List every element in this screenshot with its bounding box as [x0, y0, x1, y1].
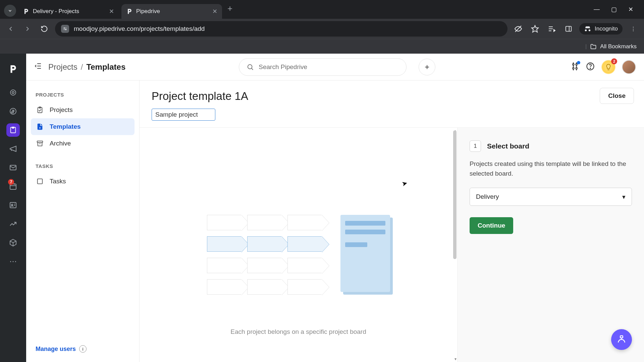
template-icon — [36, 122, 44, 131]
collapse-sidebar-icon[interactable] — [34, 62, 42, 72]
svg-point-2 — [64, 28, 65, 28]
pipedrive-logo-icon[interactable] — [5, 59, 21, 79]
breadcrumb-root[interactable]: Projects — [48, 62, 77, 72]
tag-input[interactable] — [152, 109, 215, 121]
board-select[interactable]: Delivery ▾ — [470, 188, 632, 206]
eye-off-icon[interactable] — [512, 23, 524, 35]
template-editor: Project template 1A Close ▴ ▾ ➤ — [140, 80, 644, 362]
search-icon — [247, 63, 254, 71]
reload-button[interactable] — [38, 23, 50, 35]
close-icon[interactable]: ✕ — [109, 8, 114, 14]
nav-section-tasks: TASKS — [31, 161, 135, 173]
select-value: Delivery — [476, 193, 499, 200]
template-title[interactable]: Project template 1A — [152, 90, 632, 103]
user-avatar[interactable] — [622, 60, 636, 74]
app-top-bar: Projects / Templates Search Pipedrive + — [26, 54, 644, 80]
tab-title: Delivery - Projects — [33, 8, 79, 15]
step-description: Projects created using this template wil… — [470, 159, 632, 178]
sidepanel-icon[interactable] — [562, 23, 575, 35]
minimize-icon[interactable]: — — [594, 6, 600, 13]
svg-rect-39 — [620, 336, 623, 338]
scrollbar[interactable]: ▴ ▾ — [452, 128, 457, 362]
svg-point-23 — [11, 204, 13, 205]
svg-point-30 — [248, 64, 252, 69]
search-placeholder: Search Pipedrive — [259, 63, 307, 71]
nav-label: Templates — [50, 123, 81, 130]
marketplace-icon[interactable] — [570, 62, 580, 72]
new-tab-button[interactable]: + — [222, 3, 238, 16]
bookmarks-separator: | — [585, 43, 587, 50]
nav-item-templates[interactable]: Templates — [31, 118, 135, 135]
pipedrive-favicon-icon — [126, 8, 133, 15]
incognito-chip[interactable]: Incognito — [579, 23, 623, 35]
manage-users-link[interactable]: Manage users — [36, 346, 76, 353]
rail-item-contacts[interactable] — [5, 196, 21, 215]
rail-item-leads[interactable] — [5, 83, 21, 102]
svg-point-12 — [10, 90, 16, 95]
back-button[interactable] — [5, 23, 17, 35]
nav-label: Archive — [50, 140, 71, 147]
rail-item-campaigns[interactable] — [5, 139, 21, 158]
nav-label: Tasks — [50, 178, 66, 185]
browser-tab-1[interactable]: Pipedrive ✕ — [121, 4, 222, 19]
nav-section-projects: PROJECTS — [31, 89, 135, 102]
rail-item-deals[interactable] — [5, 102, 21, 121]
nav-label: Projects — [50, 106, 73, 114]
rail-item-insights[interactable] — [5, 215, 21, 233]
svg-point-3 — [65, 29, 66, 30]
wizard-panel: 1 Select board Projects created using th… — [458, 128, 644, 362]
rail-item-more[interactable]: ⋯ — [5, 252, 21, 271]
svg-rect-16 — [12, 127, 14, 128]
svg-point-13 — [12, 92, 14, 94]
continue-button[interactable]: Continue — [470, 217, 513, 234]
breadcrumb-sep: / — [81, 62, 83, 72]
nav-item-archive[interactable]: Archive — [31, 135, 135, 152]
svg-marker-5 — [532, 25, 538, 32]
breadcrumb-current: Templates — [86, 62, 125, 72]
close-button[interactable]: Close — [600, 88, 634, 104]
playlist-icon[interactable] — [546, 23, 558, 35]
board-illustration — [207, 215, 390, 295]
tab-search-button[interactable] — [4, 5, 16, 17]
sales-assistant-badge: 2 — [611, 58, 617, 64]
rail-item-projects[interactable] — [5, 121, 21, 139]
bookmarks-bar: | All Bookmarks — [0, 39, 644, 54]
rail-item-mail[interactable] — [5, 158, 21, 177]
folder-icon — [590, 43, 597, 50]
sales-assistant-icon[interactable]: 2 — [601, 60, 616, 74]
browser-tab-0[interactable]: Delivery - Projects ✕ — [18, 4, 119, 19]
task-icon — [36, 177, 44, 186]
notification-badge: 7 — [8, 179, 14, 185]
all-bookmarks-link[interactable]: All Bookmarks — [600, 43, 637, 50]
app-side-rail: 7 ⋯ — [0, 54, 26, 362]
chevron-down-icon: ▾ — [622, 193, 626, 201]
nav-item-projects[interactable]: Projects — [31, 102, 135, 118]
browser-toolbar: moodjoy.pipedrive.com/projects/templates… — [0, 19, 644, 39]
rail-item-products[interactable] — [5, 233, 21, 252]
svg-point-33 — [590, 68, 591, 68]
archive-icon — [36, 139, 44, 148]
breadcrumb: Projects / Templates — [48, 62, 125, 72]
preview-caption: Each project belongs on a specific proje… — [230, 328, 366, 336]
step-number: 1 — [470, 140, 481, 152]
url-text: moodjoy.pipedrive.com/projects/templates… — [74, 25, 205, 33]
site-info-icon[interactable] — [61, 25, 69, 33]
svg-rect-36 — [37, 141, 43, 143]
info-icon[interactable]: i — [79, 345, 87, 353]
knowledge-base-fab[interactable] — [611, 329, 632, 350]
global-search[interactable]: Search Pipedrive — [239, 58, 407, 76]
forward-button[interactable] — [21, 23, 34, 35]
address-bar[interactable]: moodjoy.pipedrive.com/projects/templates… — [55, 21, 507, 37]
maximize-icon[interactable]: ▢ — [611, 6, 617, 13]
svg-line-31 — [252, 68, 253, 70]
svg-rect-22 — [10, 202, 16, 208]
nav-item-tasks[interactable]: Tasks — [31, 173, 135, 190]
bookmark-star-icon[interactable] — [529, 23, 541, 35]
close-window-icon[interactable]: ✕ — [628, 6, 633, 13]
close-icon[interactable]: ✕ — [212, 8, 217, 14]
svg-rect-38 — [38, 179, 43, 184]
help-icon[interactable] — [586, 62, 595, 72]
rail-item-activities[interactable]: 7 — [5, 177, 21, 196]
quick-add-button[interactable]: + — [419, 59, 435, 75]
kebab-menu-icon[interactable]: ⋮ — [627, 23, 639, 35]
